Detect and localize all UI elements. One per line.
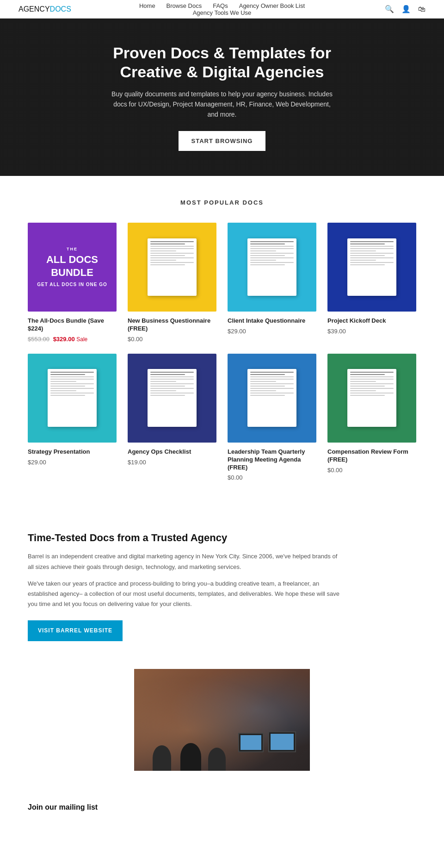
doc-preview	[148, 238, 197, 296]
trusted-para2: We've taken our years of practice and pr…	[28, 579, 342, 609]
product-name: New Business Questionnaire (FREE)	[128, 317, 216, 333]
product-name: Client Intake Questionnaire	[228, 317, 316, 325]
product-image	[228, 223, 316, 312]
product-image: THE ALL DOCSBUNDLE GET ALL DOCS IN ONE G…	[28, 223, 117, 312]
products-grid: THE ALL DOCSBUNDLE GET ALL DOCS IN ONE G…	[28, 223, 416, 481]
hero-content: Proven Docs & Templates for Creative & D…	[83, 44, 361, 151]
person-silhouette	[180, 743, 201, 771]
product-image	[128, 354, 216, 443]
nav-faqs[interactable]: FAQs	[213, 2, 228, 9]
office-image-container	[28, 669, 416, 771]
product-name: Strategy Presentation	[28, 448, 117, 456]
product-price: $0.00	[228, 474, 316, 481]
logo-docs-text: DOCS	[50, 5, 71, 13]
hero-heading: Proven Docs & Templates for Creative & D…	[83, 44, 361, 81]
doc-preview	[48, 369, 97, 427]
hero-cta-button[interactable]: START BROWSING	[179, 131, 266, 151]
nav-browse-docs[interactable]: Browse Docs	[166, 2, 202, 9]
sale-label: Sale	[76, 336, 87, 343]
product-price: $29.00	[28, 459, 117, 466]
hero-section: Proven Docs & Templates for Creative & D…	[0, 19, 444, 176]
popular-section-title: MOST POPULAR DOCS	[28, 199, 416, 206]
account-icon[interactable]: 👤	[401, 5, 411, 13]
nav-row-2: Agency Tools We Use	[193, 9, 252, 16]
trusted-section: Time-Tested Docs from a Trusted Agency B…	[0, 504, 444, 668]
nav-home[interactable]: Home	[139, 2, 155, 9]
product-image	[327, 223, 416, 312]
product-card[interactable]: Compensation Review Form (FREE) $0.00	[327, 354, 416, 481]
search-icon[interactable]: 🔍	[385, 5, 394, 13]
nav-row-1: Home Browse Docs FAQs Agency Owner Book …	[139, 2, 305, 9]
product-image	[28, 354, 117, 443]
product-name: Project Kickoff Deck	[327, 317, 416, 325]
doc-preview	[347, 369, 396, 427]
hero-subheading: Buy quality documents and templates to h…	[111, 89, 333, 120]
product-name: Agency Ops Checklist	[128, 448, 216, 456]
bundle-label: THE ALL DOCSBUNDLE GET ALL DOCS IN ONE G…	[37, 247, 107, 287]
doc-preview	[347, 238, 396, 296]
logo[interactable]: AGENCYDOCS	[18, 5, 71, 13]
wall-effect	[134, 669, 310, 730]
mailing-heading: Join our mailing list	[28, 803, 416, 812]
nav-tools[interactable]: Agency Tools We Use	[193, 9, 252, 16]
product-card[interactable]: New Business Questionnaire (FREE) $0.00	[128, 223, 216, 343]
product-card[interactable]: THE ALL DOCSBUNDLE GET ALL DOCS IN ONE G…	[28, 223, 117, 343]
product-card[interactable]: Client Intake Questionnaire $29.00	[228, 223, 316, 343]
site-header: AGENCYDOCS Home Browse Docs FAQs Agency …	[0, 0, 444, 19]
product-price: $0.00	[327, 467, 416, 474]
main-nav: Home Browse Docs FAQs Agency Owner Book …	[139, 2, 305, 16]
trusted-heading: Time-Tested Docs from a Trusted Agency	[28, 532, 416, 544]
nav-book-list[interactable]: Agency Owner Book List	[239, 2, 305, 9]
person-silhouette	[153, 745, 171, 771]
monitor-screen	[240, 735, 261, 750]
header-icons: 🔍 👤 🛍	[385, 5, 426, 13]
original-price: $553.00	[28, 336, 49, 343]
monitor	[238, 733, 264, 752]
product-price: $29.00	[228, 328, 316, 335]
product-image	[128, 223, 216, 312]
logo-agency-text: AGENCY	[18, 5, 50, 13]
office-image	[134, 669, 310, 771]
product-card[interactable]: Leadership Team Quarterly Planning Meeti…	[228, 354, 316, 481]
doc-preview	[247, 238, 296, 296]
product-price: $39.00	[327, 328, 416, 335]
cart-icon[interactable]: 🛍	[418, 5, 426, 13]
sale-price: $329.00	[53, 336, 75, 343]
product-card[interactable]: Project Kickoff Deck $39.00	[327, 223, 416, 343]
product-price: $0.00	[128, 336, 216, 343]
mailing-section: Join our mailing list	[0, 789, 444, 842]
product-name: The All-Docs Bundle (Save $224)	[28, 317, 117, 333]
monitor	[268, 731, 296, 752]
product-image	[327, 354, 416, 443]
person-silhouette	[208, 748, 226, 771]
product-card[interactable]: Agency Ops Checklist $19.00	[128, 354, 216, 481]
monitor-screen	[271, 734, 294, 750]
doc-preview	[247, 369, 296, 427]
product-name: Leadership Team Quarterly Planning Meeti…	[228, 448, 316, 472]
product-price: $19.00	[128, 459, 216, 466]
product-card[interactable]: Strategy Presentation $29.00	[28, 354, 117, 481]
product-price: $553.00 $329.00 Sale	[28, 336, 117, 343]
doc-preview	[148, 369, 197, 427]
trusted-para1: Barrel is an independent creative and di…	[28, 551, 342, 572]
product-image	[228, 354, 316, 443]
visit-barrel-button[interactable]: VISIT BARREL WEBSITE	[28, 620, 123, 641]
popular-docs-section: MOST POPULAR DOCS THE ALL DOCSBUNDLE GET…	[0, 176, 444, 504]
product-name: Compensation Review Form (FREE)	[327, 448, 416, 464]
